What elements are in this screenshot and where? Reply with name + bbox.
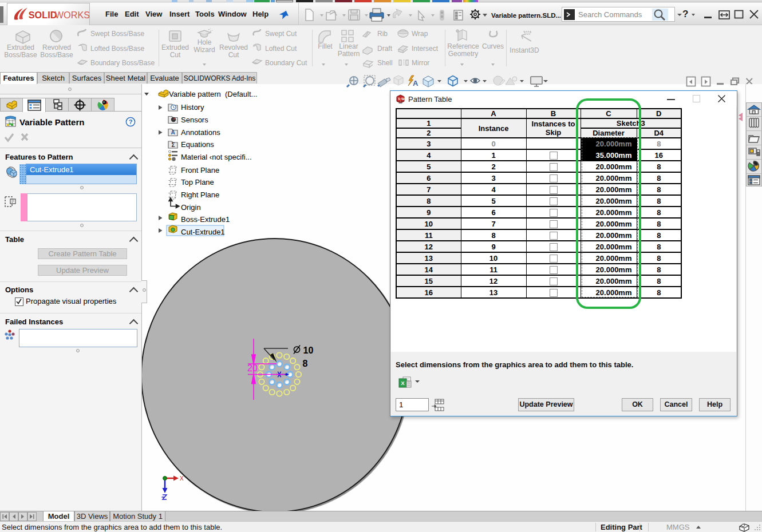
svg-text:History: History	[181, 103, 204, 112]
svg-text:Front Plane: Front Plane	[181, 166, 219, 174]
svg-text:Annotations: Annotations	[181, 128, 220, 137]
svg-text:Boss-Extrude1: Boss-Extrude1	[181, 215, 230, 224]
svg-text:Top Plane: Top Plane	[181, 178, 214, 186]
svg-text:SOLID: SOLID	[29, 9, 57, 19]
svg-text:20: 20	[247, 363, 258, 373]
svg-text:10: 10	[303, 346, 314, 355]
svg-text:WORKS: WORKS	[55, 9, 89, 19]
svg-text:X: X	[401, 380, 404, 386]
svg-text:A: A	[413, 79, 418, 88]
svg-text:Σ: Σ	[171, 142, 175, 148]
svg-text:3D: 3D	[398, 101, 402, 104]
svg-text:Cut-Extrude1: Cut-Extrude1	[181, 228, 225, 236]
svg-text:X: X	[180, 475, 184, 482]
svg-text:Right Plane: Right Plane	[181, 190, 219, 199]
svg-text:Sensors: Sensors	[181, 116, 208, 124]
svg-text:Material ‹not specifi...: Material ‹not specifi...	[181, 153, 252, 161]
svg-text:A: A	[171, 129, 175, 136]
svg-text:Equations: Equations	[181, 140, 214, 149]
svg-text:8: 8	[303, 359, 308, 368]
svg-text:?: ?	[129, 118, 133, 125]
svg-text:Origin: Origin	[181, 203, 201, 212]
svg-text:Variable pattern (Default...: Variable pattern (Default...	[169, 90, 257, 98]
